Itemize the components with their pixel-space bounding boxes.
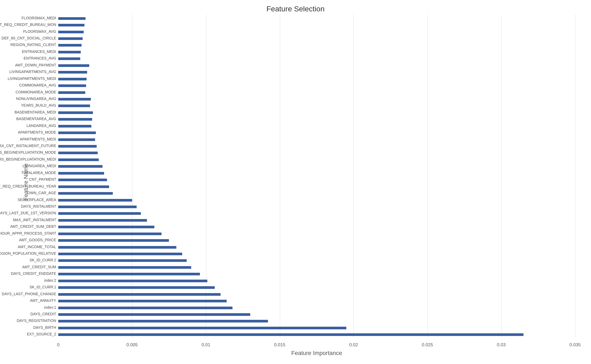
y-tick-label: DAYS_BIRTH — [33, 325, 56, 330]
chart-title: Feature Selection — [0, 5, 591, 13]
bar-row — [58, 185, 575, 189]
bar-rect — [58, 98, 91, 101]
y-tick-label: LIVINGAPARTMENTS_AVG — [9, 70, 56, 74]
y-tick-label: DAYS_LAST_PHONE_CHANGE — [2, 292, 56, 296]
bar-rect — [58, 17, 86, 20]
chart-area: 00.0050.010.0150.020.0250.030.035 — [58, 15, 575, 338]
bar-rect — [58, 192, 113, 195]
x-tick-label: 0.005 — [127, 342, 138, 348]
bar-row — [58, 266, 575, 269]
y-tick-label: BASEMENTAREA_MEDI — [15, 110, 56, 114]
bar-row — [58, 117, 575, 121]
bar-rect — [58, 111, 93, 114]
y-tick-label: LANDAREA_AVG — [26, 124, 56, 128]
bar-row — [58, 43, 575, 47]
x-tick-label: 0.035 — [570, 342, 581, 348]
y-tick-label: AMT_DOWN_PAYMENT — [15, 63, 56, 67]
bar-row — [58, 17, 575, 20]
y-labels-area: FLOORSMAX_MEDIAMT_REQ_CREDIT_BUREAU_MONF… — [0, 15, 58, 338]
bar-row — [58, 232, 575, 236]
bar-rect — [58, 179, 107, 181]
bar-row — [58, 205, 575, 209]
bar-rect — [58, 37, 83, 40]
bar-row — [58, 219, 575, 222]
y-tick-label: AMT_REQ_CREDIT_BUREAU_YEAR — [0, 184, 56, 188]
bar-row — [58, 138, 575, 142]
bar-row — [58, 279, 575, 283]
bar-row — [58, 91, 575, 94]
y-tick-label: ENTRANCES_AVG — [24, 56, 56, 60]
x-axis-label: Feature Importance — [58, 350, 575, 357]
y-tick-label: BASEMENTAREA_AVG — [16, 117, 56, 121]
bar-row — [58, 178, 575, 182]
bar-rect — [58, 259, 187, 262]
bar-rect — [58, 78, 87, 80]
y-tick-label: REGION_POPULATION_RELATIVE — [0, 251, 56, 256]
bar-rect — [58, 158, 99, 161]
bar-row — [58, 272, 575, 276]
bar-rect — [58, 226, 154, 228]
bar-row — [58, 198, 575, 202]
bar-rect — [58, 91, 85, 94]
x-tick-label: 0.015 — [274, 342, 285, 348]
bar-row — [58, 212, 575, 215]
bar-row — [58, 57, 575, 61]
bar-rect — [58, 199, 132, 202]
bar-row — [58, 319, 575, 323]
bar-row — [58, 225, 575, 229]
bar-rect — [58, 131, 96, 134]
bar-rect — [58, 44, 82, 47]
y-tick-label: AMT_ANNUITY — [30, 298, 56, 303]
bar-row — [58, 151, 575, 155]
bar-row — [58, 171, 575, 175]
bar-row — [58, 333, 575, 336]
bar-rect — [58, 280, 207, 282]
y-tick-label: YEARS_BEGINEXPLUATATION_MODE — [0, 150, 56, 154]
bar-rect — [58, 219, 147, 222]
y-tick-label: AMT_GOODS_PRICE — [19, 238, 56, 242]
bar-row — [58, 70, 575, 74]
bar-rect — [58, 320, 268, 322]
bar-row — [58, 293, 575, 296]
bar-rect — [58, 145, 97, 148]
x-tick-label: 0.02 — [349, 342, 358, 348]
bar-row — [58, 252, 575, 256]
y-tick-label: AMT_INCOME_TOTAL — [18, 245, 56, 249]
y-tick-label: COMMONAREA_MODE — [16, 90, 56, 94]
bar-rect — [58, 24, 84, 26]
x-tick-label: 0.01 — [202, 342, 210, 348]
bar-row — [58, 299, 575, 303]
bar-row — [58, 192, 575, 195]
y-tick-label: APARTMENTS_MEDI — [20, 137, 56, 141]
y-tick-label: MAX_CNT_INSTALMENT_FUTURE — [0, 144, 56, 148]
bar-row — [58, 50, 575, 54]
y-tick-label: SK_ID_CURR:2 — [30, 258, 56, 262]
y-tick-label: AMT_CREDIT_SUM_DEBT — [10, 224, 56, 229]
chart-container: Feature Selection Feature Name Feature I… — [0, 0, 591, 364]
bar-rect — [58, 31, 84, 33]
plot-area: 00.0050.010.0150.020.0250.030.035 — [58, 15, 575, 338]
bar-rect — [58, 253, 182, 255]
y-tick-label: LIVINGAPARTMENTS_MEDI — [8, 76, 56, 81]
y-tick-label: NONLIVINGAREA_AVG — [16, 97, 56, 101]
bar-rect — [58, 84, 86, 87]
y-tick-label: REGION_RATING_CLIENT — [11, 43, 56, 47]
y-tick-label: DAYS_CREDIT — [30, 312, 56, 316]
bar-rect — [58, 293, 221, 296]
y-tick-label: MAX_AMT_INSTALMENT — [13, 218, 56, 222]
bar-row — [58, 77, 575, 81]
bar-rect — [58, 57, 80, 60]
y-tick-label: DAYS_REGISTRATION — [17, 319, 56, 323]
y-tick-label: DAYS_CREDIT_ENDDATE — [11, 271, 56, 276]
y-tick-label: YEARS_BUILD_AVG — [21, 103, 56, 107]
bar-rect — [58, 212, 141, 215]
y-tick-label: SK_ID_CURR:1 — [30, 285, 56, 289]
y-tick-label: index:2 — [44, 278, 56, 283]
grid-line — [575, 15, 575, 338]
bar-rect — [58, 333, 523, 336]
bar-rect — [58, 273, 200, 275]
y-tick-label: FLOORSMAX_MEDI — [21, 16, 56, 20]
y-tick-label: ENTRANCES_MEDI — [22, 49, 56, 54]
bar-rect — [58, 104, 90, 107]
bar-rect — [58, 125, 91, 128]
